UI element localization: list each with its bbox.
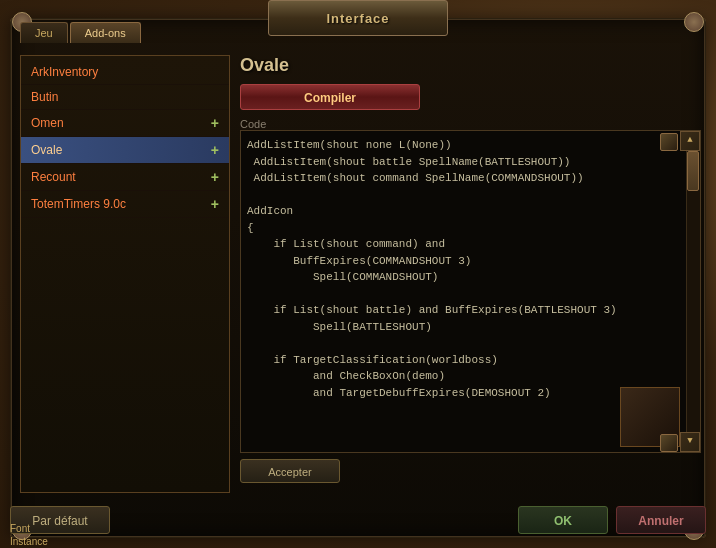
cancel-button[interactable]: Annuler	[616, 506, 706, 534]
list-item[interactable]: Butin	[21, 85, 229, 110]
code-icon-bottom-button[interactable]	[660, 434, 678, 452]
expand-icon: +	[211, 142, 219, 158]
right-buttons: OK Annuler	[518, 506, 706, 534]
scroll-down-button[interactable]: ▼	[680, 432, 700, 452]
bottom-hint-instance: Instance	[10, 535, 48, 548]
compile-button[interactable]: Compiler	[240, 84, 420, 110]
bottom-hint-font: Font	[10, 522, 48, 535]
scrollbar-thumb[interactable]	[687, 151, 699, 191]
title-bar: Interface	[268, 0, 448, 36]
tab-jeu[interactable]: Jeu	[20, 22, 68, 43]
bottom-bar: Par défaut OK Annuler	[10, 502, 706, 538]
main-window: Interface Jeu Add-ons ArkInventory Butin…	[0, 0, 716, 548]
expand-icon: +	[211, 169, 219, 185]
expand-icon: +	[211, 115, 219, 131]
tab-addons[interactable]: Add-ons	[70, 22, 141, 43]
right-panel: Ovale Compiler Code AddListItem(shout no…	[240, 55, 701, 493]
window-title: Interface	[326, 11, 389, 26]
addon-list: ArkInventory Butin Omen + Ovale + Recoun…	[21, 56, 229, 222]
code-scrollbar[interactable]	[686, 131, 700, 452]
tabs-area: Jeu Add-ons	[20, 22, 141, 43]
expand-icon: +	[211, 196, 219, 212]
list-item-selected[interactable]: Ovale +	[21, 137, 229, 164]
list-item[interactable]: Recount +	[21, 164, 229, 191]
list-item[interactable]: Omen +	[21, 110, 229, 137]
addon-list-panel: ArkInventory Butin Omen + Ovale + Recoun…	[20, 55, 230, 493]
code-icon-button[interactable]	[660, 133, 678, 151]
addon-title: Ovale	[240, 55, 701, 76]
corner-decoration-tr	[684, 12, 704, 32]
list-item[interactable]: ArkInventory	[21, 60, 229, 85]
accept-button[interactable]: Accepter	[240, 459, 340, 483]
code-content: AddListItem(shout none L(None)) AddListI…	[247, 137, 694, 401]
ok-button[interactable]: OK	[518, 506, 608, 534]
list-item[interactable]: TotemTimers 9.0c +	[21, 191, 229, 218]
code-label: Code	[240, 118, 701, 130]
code-editor[interactable]: AddListItem(shout none L(None)) AddListI…	[240, 130, 701, 453]
scroll-up-button[interactable]: ▲	[680, 131, 700, 151]
bottom-hint-area: Font Instance	[10, 522, 48, 548]
